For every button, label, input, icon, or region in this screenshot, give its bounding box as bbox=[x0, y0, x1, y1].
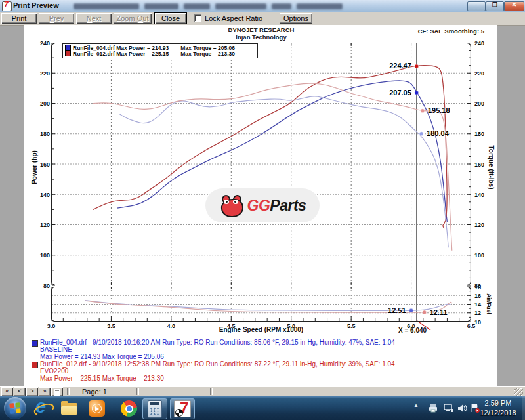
status-bar: « < > » Page: 1 bbox=[0, 386, 525, 397]
network-tray-icon[interactable] bbox=[444, 404, 454, 413]
legend-row-evo: RunFile_012.drf Max Power = 225.15Max To… bbox=[65, 51, 235, 56]
ggparts-logo: GGParts bbox=[205, 188, 320, 222]
lock-aspect-label: Lock Aspect Ratio bbox=[205, 14, 262, 22]
last-page-button[interactable]: » bbox=[39, 387, 51, 396]
show-desktop-button[interactable] bbox=[522, 396, 525, 420]
af-axis-title: Air/Fuel bbox=[486, 293, 492, 314]
ggparts-mascot-icon bbox=[219, 194, 244, 217]
legend-row-baseline: RunFile_004.drf Max Power = 214.93Max To… bbox=[65, 45, 235, 51]
redacted-title-text bbox=[74, 3, 139, 9]
clock-date: 12/12/2018 bbox=[475, 408, 521, 418]
first-page-button[interactable]: « bbox=[1, 387, 13, 396]
af-tick-label: 16 bbox=[474, 293, 481, 299]
run-stats: Max Power = 214.93 Max Torque = 205.06 bbox=[40, 353, 164, 360]
prev-button[interactable]: Prev bbox=[39, 13, 74, 24]
torque-tick-label: 160 bbox=[474, 161, 484, 168]
lock-aspect-checkbox[interactable] bbox=[194, 14, 201, 22]
tray-expand-caret[interactable]: ▲ bbox=[413, 402, 419, 408]
redacted-title-text bbox=[184, 3, 210, 9]
restore-icon: ❐ bbox=[486, 1, 503, 8]
next-page-button[interactable]: > bbox=[26, 387, 38, 396]
value-callout: 12.11 bbox=[430, 308, 448, 316]
legend-max-torque: Max Torque = 213.30 bbox=[180, 51, 235, 57]
close-icon: ✕ bbox=[505, 1, 524, 8]
internet-explorer-icon[interactable]: e bbox=[34, 400, 52, 417]
power-tick-label: 220 bbox=[35, 70, 50, 77]
media-player-icon[interactable] bbox=[88, 400, 106, 417]
legend-file: RunFile_012.drf bbox=[73, 51, 115, 57]
run-stats: Max Power = 225.15 Max Torque = 213.30 bbox=[40, 375, 164, 382]
smoothing-info: CF: SAE Smoothing: 5 bbox=[418, 28, 484, 35]
page-setup-button[interactable] bbox=[51, 387, 63, 396]
print-preview-toolbar: Print Prev Next Zoom Out Close Lock Aspe… bbox=[0, 12, 525, 26]
dyno-chart bbox=[51, 43, 471, 322]
taskbar-clock[interactable]: 2:59 PM 12/12/2018 bbox=[475, 398, 521, 418]
rpm-tick-label: 5.5 bbox=[345, 323, 357, 329]
redacted-title-text bbox=[144, 3, 178, 9]
file-explorer-icon[interactable] bbox=[60, 400, 78, 417]
resize-grip[interactable] bbox=[514, 388, 523, 396]
close-window-button[interactable]: ✕ bbox=[504, 1, 524, 11]
rpm-tick-label: 5.0 bbox=[285, 323, 297, 329]
legend-swatch-blue bbox=[65, 45, 71, 51]
minimize-button[interactable]: — bbox=[467, 1, 486, 11]
torque-tick-label: 100 bbox=[474, 252, 484, 259]
taskbar: e 7 ▲ 2:59 PM 12/12/2018 bbox=[0, 396, 525, 420]
statusbar-divider bbox=[136, 388, 139, 395]
start-button[interactable] bbox=[4, 397, 26, 419]
rpm-tick-label: 4.0 bbox=[165, 323, 177, 329]
rpm-tick-label: 4.5 bbox=[225, 323, 237, 329]
volume-tray-icon[interactable] bbox=[457, 404, 468, 413]
run-name: BASELINE bbox=[40, 346, 72, 353]
statusbar-divider bbox=[67, 388, 70, 395]
torque-tick-label: 140 bbox=[474, 192, 484, 198]
dyno-software-taskbar-button[interactable]: 7 bbox=[170, 398, 195, 419]
rpm-tick-label: 3.0 bbox=[45, 323, 57, 329]
legend-swatch-red bbox=[65, 51, 71, 56]
title-bar: 7 Print Preview — ❐ ✕ bbox=[0, 0, 525, 12]
run-header: RunFile_004.drf - 9/10/2018 10:16:20 AM … bbox=[40, 339, 395, 346]
restore-button[interactable]: ❐ bbox=[486, 1, 504, 11]
print-button[interactable]: Print bbox=[1, 13, 37, 24]
legend-max-power: Max Power = 225.15 bbox=[116, 51, 169, 57]
redacted-title-text bbox=[272, 3, 291, 9]
torque-tick-label: 180 bbox=[474, 131, 484, 137]
options-button[interactable]: Options bbox=[280, 13, 312, 24]
torque-axis-title: Torque (ft-lbs) bbox=[488, 145, 495, 189]
torque-tick-label: 200 bbox=[474, 100, 484, 107]
run-swatch-blue bbox=[32, 340, 38, 346]
page-setup-icon bbox=[54, 388, 60, 396]
torque-tick-label: 240 bbox=[474, 40, 484, 47]
af-tick-label: 14 bbox=[474, 301, 481, 308]
run-header: RunFile_012.drf - 9/10/2018 12:52:38 PM … bbox=[40, 360, 395, 368]
torque-tick-label: 220 bbox=[474, 70, 484, 77]
chrome-icon[interactable] bbox=[120, 400, 138, 417]
left-margin-guide bbox=[30, 29, 30, 383]
winpep7-icon: 7 bbox=[174, 400, 191, 417]
ggparts-wordmark: GGParts bbox=[247, 197, 306, 215]
power-tick-label: 140 bbox=[35, 192, 50, 198]
calculator-icon bbox=[148, 400, 162, 418]
value-callout: 207.05 bbox=[373, 89, 411, 96]
prev-page-button[interactable]: < bbox=[14, 387, 26, 396]
power-tick-label: 180 bbox=[35, 131, 50, 137]
printer-tray-icon[interactable] bbox=[428, 404, 438, 413]
zoom-out-button[interactable]: Zoom Out bbox=[114, 13, 152, 24]
run-name: EVO2200 bbox=[40, 368, 68, 375]
page-indicator: Page: 1 bbox=[82, 388, 107, 396]
rpm-tick-label: 6.5 bbox=[465, 323, 477, 329]
power-tick-label: 160 bbox=[35, 161, 50, 168]
screen: { "window": {"title": "Print Preview"}, … bbox=[0, 0, 525, 420]
power-tick-label: 100 bbox=[35, 252, 50, 259]
window-title: Print Preview bbox=[13, 1, 59, 9]
close-preview-button[interactable]: Close bbox=[155, 13, 186, 24]
rpm-tick-label: 6.0 bbox=[406, 323, 417, 329]
chart-subtitle: Injan Technology bbox=[236, 33, 286, 41]
torque-tick-label: 120 bbox=[474, 222, 484, 228]
chart-legend: RunFile_004.drf Max Power = 214.93Max To… bbox=[62, 43, 258, 58]
next-button[interactable]: Next bbox=[76, 13, 112, 24]
redacted-title-text bbox=[215, 3, 266, 9]
minimize-icon: — bbox=[468, 1, 485, 8]
app-icon: 7 bbox=[2, 1, 12, 11]
calculator-taskbar-button[interactable] bbox=[142, 398, 167, 419]
